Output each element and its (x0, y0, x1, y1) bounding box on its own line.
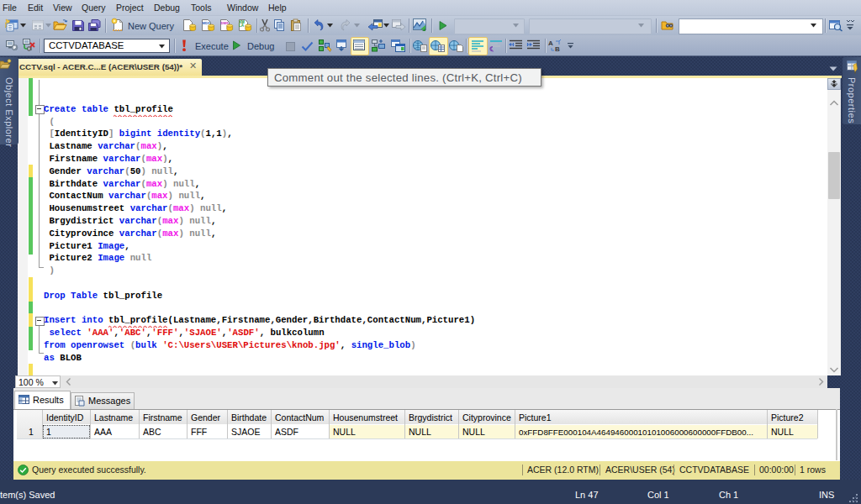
svg-text:A: A (548, 39, 553, 47)
svg-text:B: B (555, 45, 560, 53)
svg-text:LA: LA (239, 24, 245, 28)
svg-text:MDX: MDX (203, 21, 211, 25)
svg-text:DMX: DMX (221, 21, 230, 25)
